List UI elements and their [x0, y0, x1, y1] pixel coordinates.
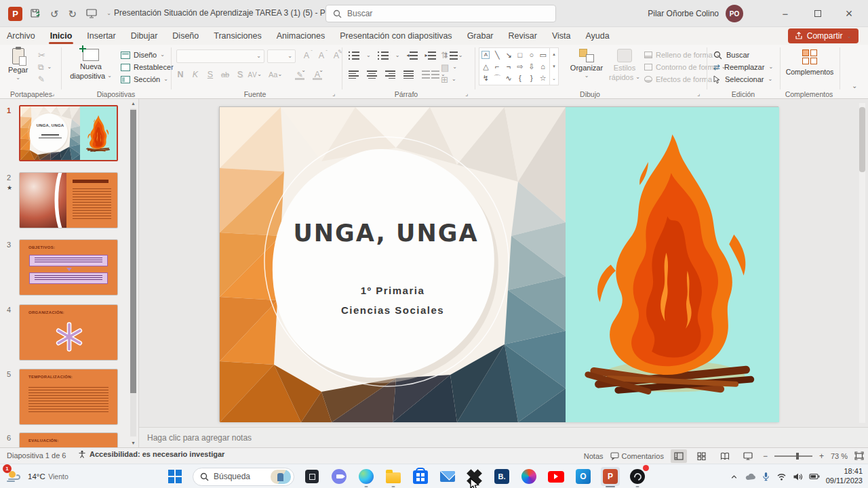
clipboard-dialog-launcher[interactable]: ⌟ [52, 90, 54, 97]
rectangle-shape-icon[interactable]: □ [518, 52, 523, 59]
bing-button[interactable]: B. [492, 467, 511, 486]
change-case-button[interactable]: Aa⌄ [269, 68, 282, 81]
font-name-combo[interactable]: ⌄ [176, 49, 264, 63]
tray-chevron-icon[interactable] [730, 472, 738, 481]
grow-font-button[interactable]: Aˆ [300, 49, 313, 62]
shape-gallery-scroll[interactable]: ▴ ▾ ⌄ [549, 48, 558, 85]
minimize-button[interactable]: − [770, 0, 800, 27]
accessibility-status[interactable]: Accesibilidad: es necesario investigar [78, 450, 224, 458]
shrink-font-button[interactable]: Aˇ [315, 49, 328, 62]
drawing-dialog-launcher[interactable]: ⌟ [697, 90, 700, 97]
text-direction-button[interactable]: ⇅⌄ [441, 49, 456, 60]
zoom-level[interactable]: 73 % [831, 452, 848, 460]
slide-thumbnail-6[interactable]: EVALUACIÓN: [19, 432, 118, 447]
reset-button[interactable]: Restablecer [121, 62, 174, 73]
outlook-button[interactable]: O [574, 467, 593, 486]
zoom-slider-knob[interactable] [796, 453, 799, 460]
slide-scrollbar-thumb[interactable] [859, 107, 865, 172]
microsoft365-button[interactable] [519, 467, 538, 486]
tab-vista[interactable]: Vista [552, 31, 571, 41]
collapse-ribbon-icon[interactable]: ⌄ [852, 83, 857, 89]
curve-shape-icon[interactable]: ∿ [505, 75, 511, 82]
share-button[interactable]: Compartir ⌄ [788, 28, 859, 43]
youtube-button[interactable] [547, 467, 566, 486]
rounded-rectangle-shape-icon[interactable]: ▭ [539, 52, 546, 59]
tab-dibujar[interactable]: Dibujar [131, 31, 158, 41]
restore-button[interactable] [803, 0, 833, 27]
close-button[interactable]: × [834, 0, 864, 27]
panel-scrollbar-thumb[interactable] [130, 110, 136, 393]
right-brace-shape-icon[interactable]: } [530, 75, 533, 82]
align-left-button[interactable] [349, 70, 359, 79]
slide-sorter-view-button[interactable] [694, 449, 710, 463]
avatar[interactable]: PO [726, 5, 743, 22]
slideshow-icon[interactable] [86, 9, 97, 18]
highlight-color-button[interactable]: ✎⌄ [293, 68, 307, 81]
elbow2-shape-icon[interactable]: ¬ [507, 63, 511, 70]
clear-formatting-button[interactable]: A✎ [330, 49, 343, 62]
tab-grabar[interactable]: Grabar [467, 31, 494, 41]
increase-indent-button[interactable]: ▸ [425, 52, 436, 60]
comments-toggle[interactable]: Comentarios [610, 452, 664, 460]
save-icon[interactable] [30, 8, 41, 19]
tab-revisar[interactable]: Revisar [509, 31, 537, 41]
font-color-button[interactable]: A⌄ [311, 68, 324, 81]
star-shape-icon[interactable]: ☆ [540, 75, 547, 82]
zoom-in-button[interactable]: + [819, 451, 824, 461]
slide-thumbnail-4[interactable]: ORGANIZACIÓN: [19, 304, 118, 361]
line-shape-icon[interactable]: ╲ [495, 52, 500, 59]
task-view-button[interactable] [302, 467, 321, 486]
battery-icon[interactable] [809, 472, 820, 481]
bullets-icon[interactable] [349, 52, 359, 60]
section-button[interactable]: Sección⌄ [121, 74, 168, 85]
align-center-button[interactable] [367, 70, 377, 79]
select-button[interactable]: Seleccionar ⌄ [713, 74, 772, 85]
format-painter-button[interactable]: ✎ [38, 74, 45, 85]
elbow-shape-icon[interactable]: ⌐ [495, 63, 499, 70]
panel-scroll-down-icon[interactable]: ▾ [130, 440, 136, 446]
text-box-shape-icon[interactable]: A [481, 51, 490, 59]
quick-styles-button[interactable]: Estilos rápidos⌄ [609, 49, 640, 81]
shape-fill-button[interactable]: Relleno de forma⌄ [644, 49, 720, 60]
customize-qat-icon[interactable]: ⌄ [106, 11, 111, 16]
slide-title[interactable]: UNGA, UNGA [254, 220, 518, 247]
numbering-icon[interactable] [378, 52, 389, 60]
cut-button[interactable]: ✂ [38, 49, 45, 60]
reading-view-button[interactable] [717, 449, 733, 463]
slide-subject-text[interactable]: Ciencias Sociales [267, 304, 518, 316]
slideshow-view-button[interactable] [740, 449, 756, 463]
tab-diseno[interactable]: Diseño [172, 31, 199, 41]
normal-view-button[interactable] [671, 449, 687, 463]
scribble-shape-icon[interactable]: ↯ [483, 75, 489, 82]
redo-icon[interactable]: ↻ [68, 9, 77, 19]
wifi-icon[interactable] [776, 472, 787, 481]
notes-placeholder[interactable]: Haga clic para agregar notas [147, 433, 252, 443]
tab-transiciones[interactable]: Transiciones [214, 31, 261, 41]
italic-button[interactable]: K [189, 68, 202, 81]
tab-presentacion[interactable]: Presentación con diapositivas [340, 31, 452, 41]
shapes-more-icon[interactable]: ⌄ [552, 76, 556, 81]
clock-widget[interactable]: 18:41 09/11/2023 [826, 467, 863, 486]
tab-animaciones[interactable]: Animaciones [277, 31, 326, 41]
arc-shape-icon[interactable]: ⌒ [494, 75, 501, 82]
strikethrough-button[interactable]: ab [218, 68, 232, 81]
start-button[interactable] [165, 467, 184, 486]
weather-widget[interactable]: 1 14°C Viento [5, 467, 68, 485]
text-shadow-button[interactable]: S [233, 68, 247, 81]
align-right-button[interactable] [385, 70, 395, 79]
titlebar-search-box[interactable]: Buscar [326, 5, 556, 22]
arrow-shape-icon[interactable]: ↘ [505, 52, 511, 59]
character-spacing-button[interactable]: AV⌄ [248, 68, 262, 81]
volume-icon[interactable] [793, 472, 803, 481]
notes-toggle[interactable]: Notas [584, 452, 604, 460]
search-highlight-image[interactable] [271, 470, 291, 484]
right-arrow-shape-icon[interactable]: ⇨ [517, 63, 523, 70]
oval-shape-icon[interactable]: ○ [529, 52, 534, 59]
tab-archivo[interactable]: Archivo [7, 31, 35, 41]
copy-button[interactable]: ⧉⌄ [38, 62, 52, 73]
taskbar-search[interactable]: Búsqueda [193, 468, 294, 486]
onedrive-icon[interactable] [745, 472, 755, 481]
panel-scroll-up-icon[interactable]: ▴ [130, 100, 136, 106]
file-explorer-button[interactable] [384, 467, 403, 486]
slide-grade-text[interactable]: 1º Primaria [267, 285, 518, 296]
